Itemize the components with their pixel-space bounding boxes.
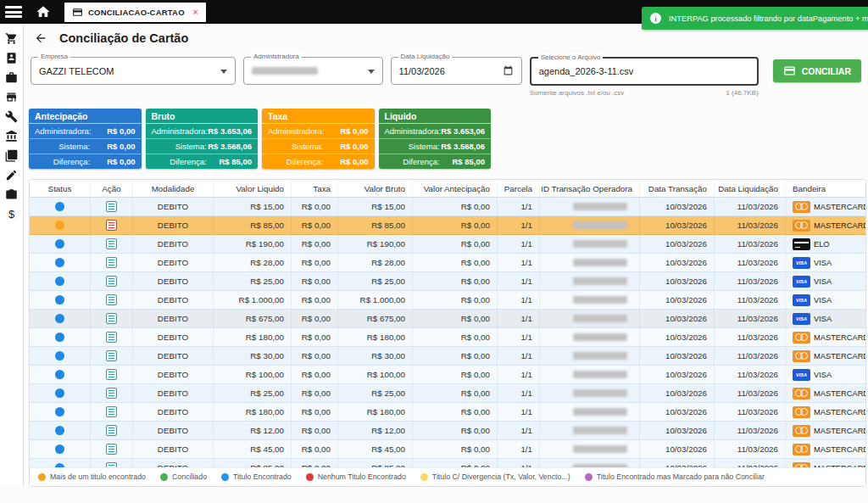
card-row-label: Administradora: (35, 126, 90, 136)
filter-form: Empresa GAZZI TELECOM Administradora Dat… (31, 57, 861, 97)
data-liquidacao-cell: 11/03/2026 (715, 347, 786, 365)
status-dot-blue (55, 407, 64, 416)
table-row[interactable]: DEBITOR$ 25,00R$ 0,00R$ 25,00R$ 0,001/11… (30, 384, 865, 403)
id-transacao-cell (540, 440, 640, 458)
details-action-icon[interactable] (106, 276, 117, 287)
valor-antecipacao-cell: R$ 0,00 (413, 440, 498, 458)
details-action-icon[interactable] (106, 425, 117, 436)
parcela-cell: 1/1 (498, 403, 540, 421)
file-helpers: Somente arquivos .txt e/ou .csv 1 (46.7K… (530, 89, 759, 97)
card-row: Administradora:R$ 3.653,06 (146, 124, 259, 139)
data-liquidacao-cell: 11/03/2026 (715, 440, 786, 458)
action-cell (91, 440, 133, 458)
tab-close-icon[interactable]: × (193, 8, 198, 17)
table-row[interactable]: DEBITOR$ 28,00R$ 0,00R$ 28,00R$ 0,001/11… (30, 254, 865, 272)
bank-icon[interactable] (5, 130, 18, 143)
data-liquidacao-cell: 11/03/2026 (715, 328, 786, 346)
table-row[interactable]: DEBITOR$ 45,00R$ 0,00R$ 45,00R$ 0,001/11… (30, 440, 865, 459)
bandeira-label: MASTERCARD (814, 221, 865, 230)
card-row-label: Sistema: (268, 142, 323, 151)
details-action-icon[interactable] (106, 220, 117, 231)
shopping-bag-icon[interactable] (5, 71, 18, 84)
status-cell (30, 459, 91, 467)
details-action-icon[interactable] (106, 444, 117, 455)
column-header: Data Liquidação (715, 180, 786, 197)
camera-icon[interactable] (5, 188, 18, 201)
pen-icon[interactable] (5, 169, 18, 182)
table-row[interactable]: DEBITOR$ 25,00R$ 0,00R$ 25,00R$ 0,001/11… (30, 272, 865, 291)
id-transacao-redacted (573, 259, 627, 266)
shopping-cart-icon[interactable] (5, 32, 18, 45)
card-row-label: Diferença: (152, 157, 207, 166)
details-action-icon[interactable] (106, 462, 117, 467)
id-transacao-redacted (573, 389, 627, 397)
data-liquidacao-cell: 11/03/2026 (715, 366, 786, 383)
status-cell (30, 403, 91, 421)
home-icon[interactable] (36, 4, 51, 20)
bandeira-label: MASTERCARD (814, 203, 865, 211)
details-action-icon[interactable] (106, 294, 117, 305)
details-action-icon[interactable] (106, 332, 117, 343)
action-cell (91, 459, 133, 467)
file-input[interactable]: Selecione o Arquivo agenda_2026-3-11.csv (530, 57, 759, 86)
legend-label: Nenhum Titulo Encontrado (318, 472, 406, 481)
tools-icon[interactable] (5, 110, 18, 123)
toast-notification[interactable]: i INTERPAG processado filtrando por data… (642, 7, 868, 30)
calendar-icon[interactable] (503, 65, 514, 76)
visa-icon: VISA (793, 276, 810, 288)
tab-conciliacao-cartao[interactable]: CONCILIACAO-CARTAO × (64, 3, 206, 22)
empresa-select[interactable]: Empresa GAZZI TELECOM (31, 57, 236, 85)
valor-bruto-cell: R$ 180,00 (338, 403, 413, 421)
table-row[interactable]: DEBITOR$ 15,00R$ 0,00R$ 15,00R$ 0,001/11… (30, 198, 865, 216)
taxa-cell: R$ 0,00 (292, 216, 338, 234)
data-liquidacao-input[interactable]: Data Liquidação 11/03/2026 (391, 57, 522, 85)
valor-liquido-cell: R$ 15,00 (214, 198, 292, 215)
card-row-label: Sistema: (152, 142, 207, 151)
back-arrow-icon[interactable] (34, 31, 47, 45)
status-cell (30, 254, 91, 271)
copy-icon[interactable] (5, 149, 18, 162)
details-action-icon[interactable] (106, 369, 117, 380)
store-icon[interactable] (5, 91, 18, 103)
id-transacao-cell (540, 272, 640, 290)
details-action-icon[interactable] (106, 388, 117, 399)
details-action-icon[interactable] (106, 238, 117, 249)
menu-icon[interactable] (5, 6, 22, 18)
id-transacao-cell (540, 459, 640, 467)
table-row[interactable]: DEBITOR$ 12,00R$ 0,00R$ 12,00R$ 0,001/11… (30, 422, 865, 440)
table-row[interactable]: DEBITOR$ 180,00R$ 0,00R$ 180,00R$ 0,001/… (30, 403, 865, 422)
data-liquidacao-cell: 11/03/2026 (715, 459, 786, 467)
status-cell (30, 291, 91, 309)
dollar-icon[interactable]: $ (5, 208, 18, 221)
visa-icon: VISA (793, 257, 810, 269)
empresa-value: GAZZI TELECOM (39, 66, 114, 76)
valor-liquido-cell: R$ 190,00 (214, 235, 292, 253)
valor-antecipacao-cell: R$ 0,00 (413, 198, 498, 215)
details-action-icon[interactable] (106, 201, 117, 212)
table-row[interactable]: DEBITOR$ 190,00R$ 0,00R$ 190,00R$ 0,001/… (30, 235, 865, 254)
contacts-book-icon[interactable] (5, 52, 18, 64)
action-cell (91, 198, 133, 215)
details-action-icon[interactable] (106, 406, 117, 417)
table-row[interactable]: DEBITOR$ 85,00R$ 0,00R$ 85,00R$ 0,001/11… (30, 459, 865, 467)
valor-liquido-cell: R$ 85,00 (214, 459, 292, 467)
valor-antecipacao-cell: R$ 0,00 (413, 291, 498, 309)
details-action-icon[interactable] (106, 257, 117, 268)
id-transacao-redacted (573, 427, 627, 434)
table-row[interactable]: DEBITOR$ 100,00R$ 0,00R$ 100,00R$ 0,001/… (30, 366, 865, 384)
table-row[interactable]: DEBITOR$ 85,00R$ 0,00R$ 85,00R$ 0,001/11… (30, 216, 865, 235)
data-transacao-cell: 10/03/2026 (640, 272, 715, 290)
taxa-cell: R$ 0,00 (292, 403, 338, 421)
data-transacao-cell: 10/03/2026 (640, 440, 715, 458)
conciliar-button[interactable]: CONCILIAR (773, 59, 861, 82)
status-dot-blue (55, 388, 64, 398)
table-row[interactable]: DEBITOR$ 180,00R$ 0,00R$ 180,00R$ 0,001/… (30, 328, 865, 347)
table-row[interactable]: DEBITOR$ 675,00R$ 0,00R$ 675,00R$ 0,001/… (30, 310, 865, 328)
table-row[interactable]: DEBITOR$ 30,00R$ 0,00R$ 30,00R$ 0,001/11… (30, 347, 865, 366)
table-row[interactable]: DEBITOR$ 1.000,00R$ 0,00R$ 1.000,00R$ 0,… (30, 291, 865, 310)
administradora-select[interactable]: Administradora (243, 57, 383, 85)
details-action-icon[interactable] (106, 313, 117, 324)
details-action-icon[interactable] (106, 350, 117, 361)
valor-antecipacao-cell: R$ 0,00 (413, 403, 498, 421)
id-transacao-redacted (573, 240, 627, 248)
